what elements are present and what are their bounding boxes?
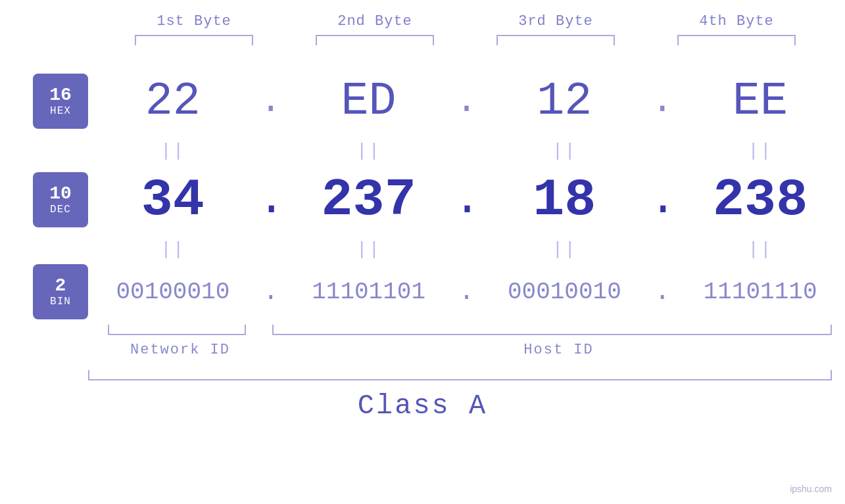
separator-row-1: || || || || — [0, 137, 845, 164]
byte-headers: 1st Byte 2nd Byte 3rd Byte 4th Byte — [104, 13, 827, 30]
bracket-gap — [246, 325, 272, 335]
sep2-byte1: || — [88, 239, 258, 260]
bottom-brackets-container — [88, 325, 845, 335]
hex-dot2: . — [454, 81, 480, 122]
bin-byte4: 11101110 — [675, 279, 845, 306]
bin-dot2: . — [454, 277, 480, 307]
hex-dot1: . — [258, 81, 284, 122]
sep2-byte2: || — [284, 239, 454, 260]
dec-byte1: 34 — [88, 170, 258, 230]
sep1-bar2: || — [356, 141, 381, 161]
bracket-top-4 — [677, 35, 796, 45]
watermark: ipshu.com — [790, 484, 832, 494]
dec-badge: 10 DEC — [33, 172, 88, 227]
sep2-bar3: || — [552, 239, 577, 260]
separator-row-2: || || || || — [0, 236, 845, 262]
byte2-header: 2nd Byte — [285, 13, 466, 30]
byte3-header: 3rd Byte — [466, 13, 646, 30]
bin-values-area: 00100010 . 11101101 . 00010010 . 1110111… — [88, 262, 845, 321]
bracket-cell-4 — [646, 35, 827, 45]
sep2-byte4: || — [675, 239, 845, 260]
dec-byte3: 18 — [480, 170, 650, 230]
dec-byte2: 237 — [284, 170, 454, 230]
bin-badge: 2 BIN — [33, 264, 88, 319]
hex-dot3: . — [649, 81, 675, 122]
sep1-byte3: || — [480, 141, 650, 161]
bottom-section: Network ID Host ID Class A — [0, 325, 845, 422]
bin-byte4-text: 11101110 — [704, 279, 817, 306]
bracket-top-3 — [496, 35, 615, 45]
hex-badge: 16 HEX — [33, 74, 88, 129]
bracket-top-2 — [316, 35, 434, 45]
bracket-cell-3 — [466, 35, 646, 45]
hex-row: 16 HEX 22 . ED . 12 . EE — [0, 65, 845, 137]
hex-byte1: 22 — [88, 76, 258, 127]
hex-badge-label: HEX — [50, 105, 71, 117]
host-id-bracket — [272, 325, 832, 335]
dec-values-area: 34 . 237 . 18 . 238 — [88, 164, 845, 236]
sep1-bar4: || — [748, 141, 773, 161]
sep1-bar1: || — [160, 141, 185, 161]
bin-dot3: . — [649, 277, 675, 307]
hex-byte2-text: ED — [341, 76, 397, 127]
bin-byte3: 00010010 — [480, 279, 650, 306]
dec-dot3: . — [649, 174, 675, 226]
bin-row: 2 BIN 00100010 . 11101101 . 00010010 . 1… — [0, 262, 845, 321]
hex-byte1-text: 22 — [145, 76, 201, 127]
dec-byte1-text: 34 — [141, 170, 205, 230]
bracket-cell-1 — [104, 35, 285, 45]
network-id-label: Network ID — [88, 342, 272, 358]
hex-byte2: ED — [284, 76, 454, 127]
bracket-top-1 — [135, 35, 253, 45]
sep1-byte4: || — [675, 141, 845, 161]
dec-byte3-text: 18 — [533, 170, 596, 230]
bin-byte1: 00100010 — [88, 279, 258, 306]
hex-byte4-text: EE — [733, 76, 788, 127]
main-container: 1st Byte 2nd Byte 3rd Byte 4th Byte 16 H… — [0, 0, 845, 504]
hex-byte3: 12 — [480, 76, 650, 127]
top-brackets — [104, 35, 827, 45]
sep1-values: || || || || — [88, 141, 845, 161]
sep2-bar1: || — [160, 239, 185, 260]
dec-byte4: 238 — [675, 170, 845, 230]
sep1-byte1: || — [88, 141, 258, 161]
dec-badge-label: DEC — [50, 204, 71, 216]
hex-byte3-text: 12 — [537, 76, 592, 127]
bracket-cell-2 — [285, 35, 466, 45]
sep2-bar2: || — [356, 239, 381, 260]
sep2-values: || || || || — [88, 239, 845, 260]
network-id-bracket — [108, 325, 246, 335]
hex-badge-number: 16 — [49, 85, 72, 106]
sep1-byte2: || — [284, 141, 454, 161]
sep1-bar3: || — [552, 141, 577, 161]
dec-dot1: . — [258, 174, 284, 226]
id-labels-container: Network ID Host ID — [88, 342, 845, 358]
bin-byte1-text: 00100010 — [116, 279, 229, 306]
dec-byte4-text: 238 — [713, 170, 808, 230]
bin-byte2-text: 11101101 — [312, 279, 425, 306]
dec-byte2-text: 237 — [322, 170, 416, 230]
byte4-header: 4th Byte — [646, 13, 827, 30]
sep2-byte3: || — [480, 239, 650, 260]
dec-row: 10 DEC 34 . 237 . 18 . 238 — [0, 164, 845, 236]
bin-badge-label: BIN — [50, 296, 71, 308]
bin-badge-number: 2 — [55, 276, 66, 296]
full-width-bracket — [88, 370, 832, 380]
host-id-label: Host ID — [272, 342, 845, 358]
bin-dot1: . — [258, 277, 284, 307]
dec-badge-number: 10 — [49, 184, 72, 204]
sep2-bar4: || — [748, 239, 773, 260]
bin-byte2: 11101101 — [284, 279, 454, 306]
class-label: Class A — [0, 390, 845, 422]
hex-byte4: EE — [675, 76, 845, 127]
byte1-header: 1st Byte — [104, 13, 285, 30]
dec-dot2: . — [454, 174, 480, 226]
bin-byte3-text: 00010010 — [508, 279, 621, 306]
hex-values-area: 22 . ED . 12 . EE — [88, 65, 845, 137]
